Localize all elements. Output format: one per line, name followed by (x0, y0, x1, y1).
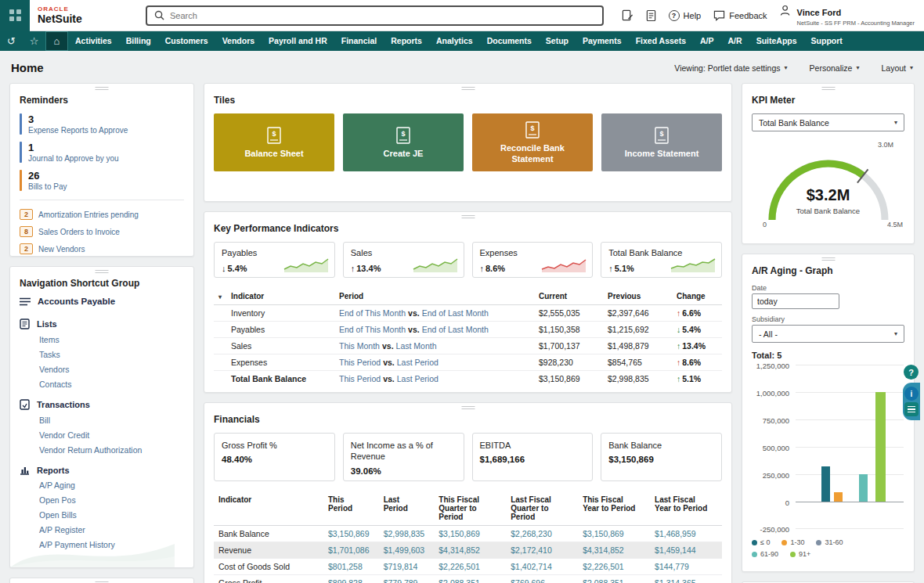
documents-button[interactable] (646, 9, 656, 22)
legend-lte-0[interactable]: ≤ 0 (752, 538, 770, 546)
bar-lte-0[interactable] (821, 466, 830, 502)
recent-records-button[interactable]: ↺ (0, 31, 23, 51)
nav-ar[interactable]: A/R (721, 31, 749, 51)
netsuite-logo[interactable]: ORACLE NetSuite (38, 6, 105, 24)
fin-col-this-fy[interactable]: This Fiscal Year to Period (578, 491, 650, 526)
nav-support[interactable]: Support (804, 31, 850, 51)
search-input[interactable] (170, 11, 595, 20)
nav-vendors[interactable]: Vendors (215, 31, 262, 51)
nav-payments[interactable]: Payments (576, 31, 629, 51)
bar-61-90[interactable] (859, 474, 868, 502)
tile-create-je[interactable]: $ Create JE (343, 113, 464, 171)
kpi-row-inventory[interactable]: Inventory End of This Monthvs.End of Las… (214, 305, 722, 322)
viewing-portlet-date-settings[interactable]: Viewing: Portlet date settings▾ (674, 63, 787, 73)
shortcut-vendor-return-authorization[interactable]: Vendor Return Authorization (39, 445, 184, 455)
global-search[interactable] (146, 5, 604, 26)
shortcut-bill[interactable]: Bill (39, 416, 184, 425)
fin-row-gross-profit[interactable]: Gross Profit $899,828 $779,789 $2,088,35… (214, 575, 722, 583)
tile-balance-sheet[interactable]: $ Balance Sheet (214, 113, 334, 171)
kpi-col-indicator[interactable]: Indicator (226, 288, 334, 305)
fin-col-indicator[interactable]: Indicator (214, 491, 323, 526)
home-tab[interactable]: ⌂ (45, 31, 68, 51)
subsidiary-select[interactable]: - All - ▾ (752, 325, 904, 343)
kpi-col-previous[interactable]: Previous (603, 288, 672, 305)
nav-billing[interactable]: Billing (119, 31, 158, 51)
fin-row-cogs[interactable]: Cost of Goods Sold $801,258 $719,814 $2,… (214, 559, 722, 575)
shortcut-lists-header[interactable]: Lists (20, 318, 184, 329)
portlet-drag-handle[interactable] (821, 257, 835, 261)
filter-chevron-icon[interactable]: ▾ (218, 293, 222, 300)
reminder-label[interactable]: New Vendors (38, 245, 85, 254)
portlet-drag-handle[interactable] (461, 215, 475, 218)
bar-1-30[interactable] (834, 492, 843, 502)
apps-grid-button[interactable] (0, 0, 30, 31)
kpi-meter-select[interactable]: Total Bank Balance ▾ (752, 113, 904, 131)
fin-card-gross-profit-pct[interactable]: Gross Profit % 48.40% (214, 433, 335, 481)
kpi-row-expenses[interactable]: Expenses This Periodvs.Last Period $928,… (214, 354, 722, 371)
kpi-card-payables[interactable]: Payables ↓5.4% (214, 242, 335, 278)
fin-col-last-fq[interactable]: Last Fiscal Quarter to Period (506, 491, 578, 526)
legend-91-plus[interactable]: 91+ (790, 550, 810, 558)
portlet-drag-handle[interactable] (821, 87, 835, 90)
shortcut-vendors[interactable]: Vendors (39, 365, 184, 374)
legend-61-90[interactable]: 61-90 (752, 550, 778, 558)
shortcut-ap-register[interactable]: A/P Register (39, 525, 184, 534)
portlet-drag-handle[interactable] (96, 87, 109, 90)
shortcut-items[interactable]: Items (39, 335, 184, 344)
shortcut-tasks[interactable]: Tasks (39, 350, 184, 359)
fin-col-this-fq[interactable]: This Fiscal Quarter to Period (434, 491, 506, 526)
reminder-label[interactable]: Expense Reports to Approve (28, 126, 128, 135)
shortcut-ap-payment-history[interactable]: A/P Payment History (39, 540, 184, 549)
reminder-label[interactable]: Sales Orders to Invoice (38, 228, 120, 236)
kpi-row-sales[interactable]: Sales This Monthvs.Last Month $1,700,137… (214, 338, 722, 354)
portlet-drag-handle[interactable] (96, 270, 109, 273)
info-floating-button[interactable]: i (904, 387, 919, 401)
kpi-col-period[interactable]: Period (334, 288, 534, 305)
nav-payroll-hr[interactable]: Payroll and HR (262, 31, 334, 51)
shortcut-transactions-header[interactable]: Transactions (20, 399, 184, 410)
shortcut-accounts-payable[interactable]: Accounts Payable (20, 297, 184, 306)
tile-reconcile-bank-statement[interactable]: $ Reconcile Bank Statement (472, 113, 593, 171)
nav-reports[interactable]: Reports (384, 31, 429, 51)
shortcut-open-bills[interactable]: Open Bills (39, 510, 184, 520)
feedback-tab-button[interactable] (904, 402, 919, 416)
bar-91-plus[interactable] (875, 392, 886, 502)
help-button[interactable]: ? Help (669, 10, 702, 21)
shortcut-contacts[interactable]: Contacts (39, 380, 184, 389)
fin-col-this-period[interactable]: This Period (323, 491, 379, 526)
reminder-new-vendors[interactable]: 2 New Vendors (20, 243, 184, 254)
kpi-col-change[interactable]: Change (672, 288, 722, 305)
reminder-label[interactable]: Amortization Entries pending (38, 211, 139, 219)
kpi-card-expenses[interactable]: Expenses ↑8.6% (472, 242, 594, 278)
reminder-label[interactable]: Journal to Approve by you (28, 154, 119, 163)
nav-documents[interactable]: Documents (480, 31, 539, 51)
reminder-expense-reports[interactable]: 3 Expense Reports to Approve (20, 113, 184, 135)
fin-row-revenue[interactable]: Revenue $1,701,086 $1,499,603 $4,314,852… (214, 542, 722, 559)
feedback-button[interactable]: Feedback (713, 10, 767, 21)
shortcut-ap-aging[interactable]: A/P Aging (39, 480, 184, 490)
fin-card-ebitda[interactable]: EBITDA $1,689,166 (472, 433, 594, 481)
nav-setup[interactable]: Setup (539, 31, 576, 51)
personalize-button[interactable]: Personalize▾ (810, 63, 860, 73)
kpi-row-total-bank-balance[interactable]: Total Bank Balance This Periodvs.Last Pe… (214, 371, 722, 387)
nav-activities[interactable]: Activities (68, 31, 119, 51)
kpi-row-payables[interactable]: Payables End of This Monthvs.End of Last… (214, 322, 722, 338)
legend-1-30[interactable]: 1-30 (781, 538, 804, 546)
kpi-card-total-bank-balance[interactable]: Total Bank Balance ↑5.1% (601, 242, 722, 278)
portlet-drag-handle[interactable] (461, 406, 475, 409)
portlet-drag-handle[interactable] (461, 87, 475, 90)
legend-31-60[interactable]: 31-60 (816, 538, 843, 546)
nav-suiteapps[interactable]: SuiteApps (749, 31, 804, 51)
reminder-amortization[interactable]: 2 Amortization Entries pending (20, 209, 184, 220)
nav-fixed-assets[interactable]: Fixed Assets (629, 31, 693, 51)
shortcuts-button[interactable]: ☆ (23, 31, 45, 51)
nav-customers[interactable]: Customers (158, 31, 215, 51)
reminder-bills-to-pay[interactable]: 26 Bills to Pay (20, 170, 184, 191)
create-note-button[interactable] (622, 9, 633, 22)
date-input[interactable] (752, 293, 839, 309)
user-menu[interactable]: Vince Ford NetSuite - SS FF PRM - Accoun… (780, 5, 915, 27)
kpi-card-sales[interactable]: Sales ↑13.4% (343, 242, 464, 278)
nav-ap[interactable]: A/P (693, 31, 721, 51)
shortcut-open-pos[interactable]: Open Pos (39, 495, 184, 505)
help-floating-button[interactable]: ? (904, 365, 919, 380)
